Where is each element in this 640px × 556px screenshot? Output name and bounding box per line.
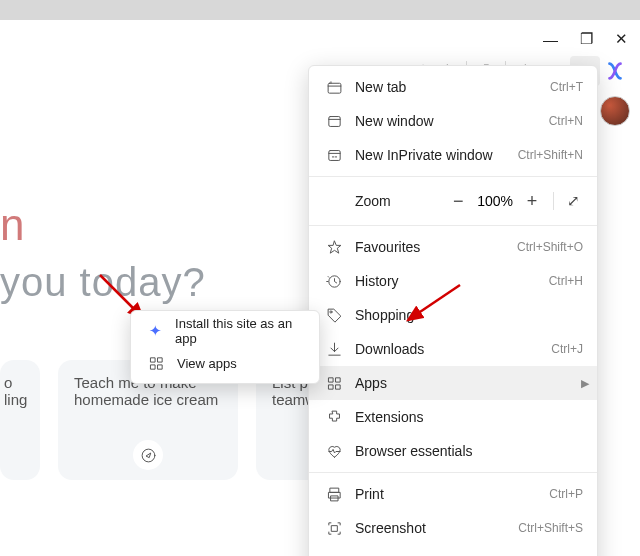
label: New tab <box>355 79 406 95</box>
compass-icon <box>133 440 163 470</box>
svg-point-3 <box>142 449 155 462</box>
zoom-in-button[interactable]: + <box>519 191 545 212</box>
tag-icon <box>323 307 345 324</box>
submenu-view-apps[interactable]: View apps <box>131 347 319 379</box>
menu-find[interactable]: Find on page Ctrl+F <box>309 545 597 556</box>
separator <box>309 176 597 177</box>
inprivate-icon <box>323 147 345 164</box>
svg-point-8 <box>329 310 331 312</box>
label: Extensions <box>355 409 423 425</box>
apps-submenu: ✦ Install this site as an app View apps <box>130 310 320 384</box>
separator <box>309 472 597 473</box>
label: History <box>355 273 399 289</box>
menu-shopping[interactable]: Shopping <box>309 298 597 332</box>
zoom-value: 100% <box>477 193 513 209</box>
label: New window <box>355 113 434 129</box>
label: New InPrivate window <box>355 147 493 163</box>
submenu-install-app[interactable]: ✦ Install this site as an app <box>131 315 319 347</box>
download-icon <box>323 341 345 358</box>
menu-new-tab[interactable]: New tab Ctrl+T <box>309 70 597 104</box>
label: Shopping <box>355 307 414 323</box>
window-icon <box>323 113 345 130</box>
label: Screenshot <box>355 520 426 536</box>
apps-icon <box>145 355 167 372</box>
print-icon <box>323 486 345 503</box>
svg-rect-16 <box>331 525 337 531</box>
shortcut: Ctrl+Shift+N <box>518 148 583 162</box>
star-icon <box>323 239 345 256</box>
fullscreen-button[interactable]: ⤢ <box>553 192 583 210</box>
shortcut: Ctrl+N <box>549 114 583 128</box>
screenshot-icon <box>323 520 345 537</box>
card-text: o ling <box>4 374 27 408</box>
more-menu: New tab Ctrl+T New window Ctrl+N New InP… <box>308 65 598 556</box>
copilot-icon[interactable] <box>600 56 630 86</box>
svg-rect-5 <box>328 116 339 126</box>
separator <box>309 225 597 226</box>
minimize-button[interactable]: — <box>543 31 558 48</box>
history-icon <box>323 273 345 290</box>
label: Install this site as an app <box>175 316 305 346</box>
close-button[interactable]: ✕ <box>615 30 628 48</box>
menu-favourites[interactable]: Favourites Ctrl+Shift+O <box>309 230 597 264</box>
menu-extensions[interactable]: Extensions <box>309 400 597 434</box>
shortcut: Ctrl+Shift+O <box>517 240 583 254</box>
svg-rect-21 <box>157 357 161 361</box>
label: Downloads <box>355 341 424 357</box>
zoom-label: Zoom <box>355 193 391 209</box>
chevron-right-icon: ▶ <box>581 377 589 390</box>
svg-rect-10 <box>335 377 339 381</box>
apps-icon <box>323 375 345 392</box>
zoom-out-button[interactable]: − <box>445 191 471 212</box>
svg-rect-13 <box>330 488 339 492</box>
new-tab-icon <box>323 79 345 96</box>
label: Browser essentials <box>355 443 473 459</box>
sparkle-icon: ✦ <box>145 322 165 340</box>
svg-rect-4 <box>328 83 341 93</box>
maximize-button[interactable]: ❐ <box>580 30 593 48</box>
shortcut: Ctrl+H <box>549 274 583 288</box>
shortcut: Ctrl+J <box>551 342 583 356</box>
hero-line: you today? <box>0 260 206 304</box>
menu-essentials[interactable]: Browser essentials <box>309 434 597 468</box>
puzzle-icon <box>323 409 345 426</box>
menu-print[interactable]: Print Ctrl+P <box>309 477 597 511</box>
window-controls: — ❐ ✕ <box>543 30 628 48</box>
label: Apps <box>355 375 387 391</box>
label: Print <box>355 486 384 502</box>
svg-rect-9 <box>328 377 332 381</box>
shortcut: Ctrl+T <box>550 80 583 94</box>
heart-pulse-icon <box>323 443 345 460</box>
hero-accent: n <box>0 200 206 250</box>
label: Favourites <box>355 239 420 255</box>
shortcut: Ctrl+P <box>549 487 583 501</box>
menu-history[interactable]: History Ctrl+H <box>309 264 597 298</box>
svg-rect-23 <box>157 364 161 368</box>
svg-rect-20 <box>150 357 154 361</box>
shortcut: Ctrl+Shift+S <box>518 521 583 535</box>
menu-screenshot[interactable]: Screenshot Ctrl+Shift+S <box>309 511 597 545</box>
zoom-row: Zoom − 100% + ⤢ <box>309 181 597 221</box>
svg-rect-11 <box>328 384 332 388</box>
card[interactable]: o ling <box>0 360 40 480</box>
svg-rect-6 <box>328 150 339 160</box>
menu-apps[interactable]: Apps ▶ <box>309 366 597 400</box>
profile-avatar[interactable] <box>600 96 630 126</box>
menu-downloads[interactable]: Downloads Ctrl+J <box>309 332 597 366</box>
title-bar <box>0 0 640 20</box>
svg-rect-12 <box>335 384 339 388</box>
menu-inprivate[interactable]: New InPrivate window Ctrl+Shift+N <box>309 138 597 172</box>
menu-new-window[interactable]: New window Ctrl+N <box>309 104 597 138</box>
label: View apps <box>177 356 237 371</box>
hero-text: n you today? <box>0 200 206 305</box>
svg-rect-22 <box>150 364 154 368</box>
